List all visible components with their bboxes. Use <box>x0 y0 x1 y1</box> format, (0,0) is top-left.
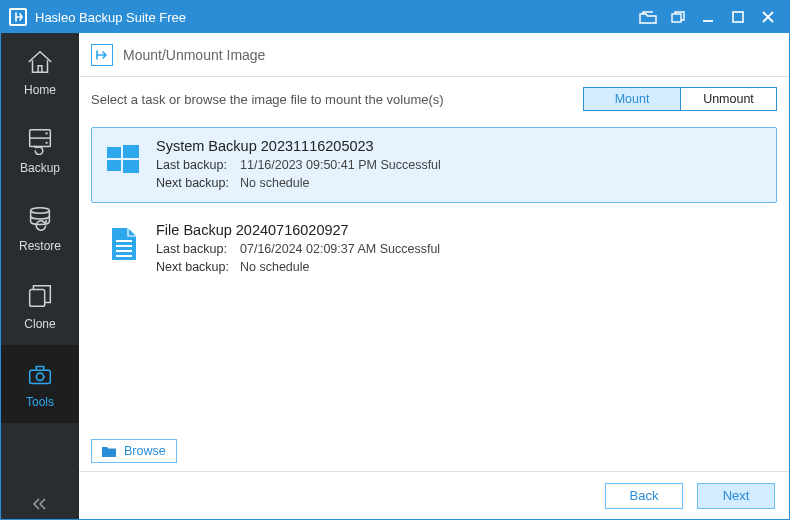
subheader: Select a task or browse the image file t… <box>79 77 789 121</box>
svg-point-10 <box>36 373 44 381</box>
footer: Back Next <box>79 471 789 519</box>
mount-image-icon <box>91 44 113 66</box>
sidebar-collapse[interactable] <box>1 489 79 519</box>
next-backup-label: Next backup: <box>156 260 230 274</box>
file-icon <box>104 225 142 263</box>
task-body: System Backup 20231116205023 Last backup… <box>156 138 441 190</box>
task-name: File Backup 20240716020927 <box>156 222 440 238</box>
titlebar: Hasleo Backup Suite Free <box>1 1 789 33</box>
app-title: Hasleo Backup Suite Free <box>35 10 633 25</box>
restore-window-icon[interactable] <box>663 1 693 33</box>
maximize-icon[interactable] <box>723 1 753 33</box>
page-title: Mount/Unmount Image <box>123 47 265 63</box>
app-window: Hasleo Backup Suite Free Home Backup <box>0 0 790 520</box>
task-next-row: Next backup: No schedule <box>156 176 441 190</box>
close-icon[interactable] <box>753 1 783 33</box>
next-backup-value: No schedule <box>240 260 310 274</box>
home-icon <box>25 47 55 77</box>
browse-row: Browse <box>79 431 789 471</box>
restore-icon <box>25 203 55 233</box>
next-backup-value: No schedule <box>240 176 310 190</box>
sidebar-item-clone[interactable]: Clone <box>1 267 79 345</box>
sidebar-item-restore[interactable]: Restore <box>1 189 79 267</box>
sidebar: Home Backup Restore Clone Tools <box>1 33 79 519</box>
svg-rect-12 <box>123 145 139 158</box>
task-item[interactable]: File Backup 20240716020927 Last backup: … <box>91 211 777 287</box>
svg-rect-13 <box>107 160 121 171</box>
svg-rect-9 <box>30 370 51 383</box>
last-backup-value: 07/16/2024 02:09:37 AM Successful <box>240 242 440 256</box>
sidebar-item-label: Backup <box>20 161 60 175</box>
sidebar-item-label: Restore <box>19 239 61 253</box>
sidebar-item-label: Tools <box>26 395 54 409</box>
svg-rect-8 <box>30 289 45 306</box>
main-spacer <box>79 293 789 431</box>
sidebar-item-tools[interactable]: Tools <box>1 345 79 423</box>
mount-tab[interactable]: Mount <box>584 88 680 110</box>
task-last-row: Last backup: 11/16/2023 09:50:41 PM Succ… <box>156 158 441 172</box>
prompt-text: Select a task or browse the image file t… <box>91 92 573 107</box>
open-icon[interactable] <box>633 1 663 33</box>
minimize-icon[interactable] <box>693 1 723 33</box>
mount-unmount-toggle: Mount Unmount <box>583 87 777 111</box>
next-button[interactable]: Next <box>697 483 775 509</box>
svg-point-6 <box>45 142 47 144</box>
folder-icon <box>102 445 116 457</box>
back-button[interactable]: Back <box>605 483 683 509</box>
app-icon <box>9 8 27 26</box>
svg-point-7 <box>31 208 50 214</box>
sidebar-item-label: Home <box>24 83 56 97</box>
sidebar-spacer <box>1 423 79 489</box>
next-backup-label: Next backup: <box>156 176 230 190</box>
task-last-row: Last backup: 07/16/2024 02:09:37 AM Succ… <box>156 242 440 256</box>
main: Mount/Unmount Image Select a task or bro… <box>79 33 789 519</box>
sidebar-item-label: Clone <box>24 317 55 331</box>
svg-rect-2 <box>733 12 743 22</box>
browse-button[interactable]: Browse <box>91 439 177 463</box>
last-backup-value: 11/16/2023 09:50:41 PM Successful <box>240 158 441 172</box>
svg-point-5 <box>45 132 47 134</box>
task-name: System Backup 20231116205023 <box>156 138 441 154</box>
last-backup-label: Last backup: <box>156 158 230 172</box>
browse-label: Browse <box>124 444 166 458</box>
body: Home Backup Restore Clone Tools <box>1 33 789 519</box>
sidebar-item-backup[interactable]: Backup <box>1 111 79 189</box>
backup-icon <box>25 125 55 155</box>
windows-icon <box>104 141 142 179</box>
svg-rect-14 <box>123 160 139 173</box>
chevron-left-double-icon <box>32 497 48 511</box>
page-header: Mount/Unmount Image <box>79 33 789 77</box>
task-next-row: Next backup: No schedule <box>156 260 440 274</box>
clone-icon <box>25 281 55 311</box>
tools-icon <box>25 359 55 389</box>
task-list: System Backup 20231116205023 Last backup… <box>79 121 789 293</box>
sidebar-item-home[interactable]: Home <box>1 33 79 111</box>
last-backup-label: Last backup: <box>156 242 230 256</box>
svg-rect-0 <box>672 14 681 22</box>
unmount-tab[interactable]: Unmount <box>680 88 776 110</box>
task-body: File Backup 20240716020927 Last backup: … <box>156 222 440 274</box>
task-item[interactable]: System Backup 20231116205023 Last backup… <box>91 127 777 203</box>
svg-rect-11 <box>107 147 121 158</box>
